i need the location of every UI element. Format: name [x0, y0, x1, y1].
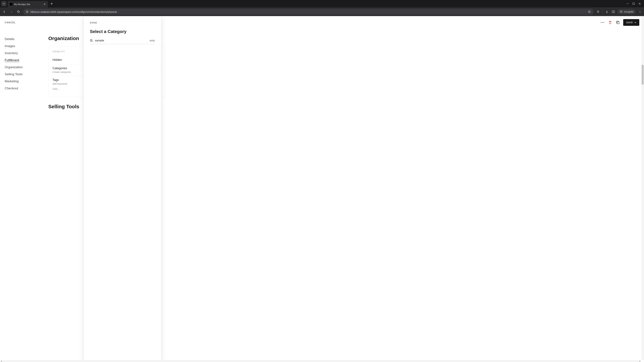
modal-title: Select a Category — [90, 29, 155, 34]
svg-point-1 — [26, 11, 27, 11]
incognito-icon — [620, 10, 623, 13]
search-icon — [90, 39, 93, 42]
puzzle-icon — [596, 10, 600, 13]
star-icon — [588, 10, 591, 13]
side-panel-button[interactable] — [611, 10, 615, 14]
visibility-value: Hidden — [52, 58, 62, 62]
header-actions: SAVE — [600, 19, 639, 26]
maximize-icon — [632, 3, 634, 5]
minimize-icon — [626, 3, 628, 5]
sidebar-item-checkout[interactable]: Checkout — [5, 85, 38, 92]
sidebar-item-fulfillment[interactable]: Fulfillment — [5, 57, 38, 64]
sidebar-item-images[interactable]: Images — [5, 42, 38, 50]
svg-point-11 — [604, 22, 604, 23]
kebab-icon — [639, 10, 641, 13]
trash-icon — [608, 21, 612, 24]
modal-done-button[interactable]: DONE — [90, 21, 155, 24]
sidebar-item-organization[interactable]: Organization — [5, 64, 38, 71]
tab-title: My Moodjoy Site — [14, 3, 42, 5]
sidebar-item-selling-tools[interactable]: Selling Tools — [5, 71, 38, 78]
tab-close-button[interactable] — [43, 3, 46, 5]
arrow-right-icon — [10, 10, 13, 13]
browser-tab[interactable]: My Moodjoy Site — [8, 1, 48, 7]
scroll-right-arrow[interactable]: ► — [639, 360, 641, 362]
forward-button[interactable] — [9, 9, 14, 14]
tune-icon — [26, 10, 28, 13]
svg-rect-13 — [617, 22, 619, 24]
svg-point-14 — [90, 39, 92, 41]
svg-point-7 — [640, 11, 640, 12]
tab-search-dropdown[interactable] — [1, 1, 6, 6]
horizontal-scrollbar[interactable]: ◄ ► — [0, 360, 641, 362]
window-controls — [626, 3, 643, 5]
incognito-label: Incognito — [624, 10, 634, 13]
panel-icon — [612, 10, 615, 13]
tab-favicon — [10, 3, 12, 5]
duplicate-button[interactable] — [616, 20, 620, 25]
incognito-indicator[interactable]: Incognito — [618, 9, 636, 14]
browser-toolbar: hibiscus-seabass-6444.squarespace.com/co… — [0, 7, 644, 16]
window-maximize-button[interactable] — [632, 3, 634, 5]
svg-point-2 — [28, 11, 28, 12]
sidebar-item-details[interactable]: Details — [5, 35, 38, 42]
sidebar-item-marketing[interactable]: Marketing — [5, 78, 38, 85]
back-button[interactable] — [2, 9, 7, 14]
tab-strip: My Moodjoy Site — [0, 0, 644, 7]
url-bar[interactable]: hibiscus-seabass-6444.squarespace.com/co… — [23, 9, 594, 15]
app-page: CANCEL SAVE Details Images Inventory Ful… — [0, 16, 644, 362]
svg-point-6 — [640, 11, 640, 11]
svg-point-9 — [601, 22, 602, 23]
reload-icon — [17, 10, 20, 13]
close-icon — [44, 3, 46, 5]
scroll-thumb[interactable] — [642, 65, 644, 85]
category-search-row: ADD — [90, 39, 155, 44]
bookmark-button[interactable] — [587, 10, 591, 14]
sidebar-item-inventory[interactable]: Inventory — [5, 50, 38, 57]
site-settings-icon[interactable] — [26, 10, 29, 13]
sidebar: Details Images Inventory Fulfillment Org… — [5, 29, 38, 361]
svg-point-8 — [640, 12, 640, 13]
more-options-button[interactable] — [600, 20, 605, 25]
delete-button[interactable] — [608, 20, 612, 25]
vertical-scrollbar[interactable] — [641, 16, 644, 360]
copy-icon — [616, 21, 620, 24]
window-minimize-button[interactable] — [626, 3, 628, 5]
save-button[interactable]: SAVE — [623, 19, 639, 26]
new-tab-button[interactable] — [49, 1, 54, 6]
chevron-down-icon — [634, 21, 636, 23]
browser-chrome: My Moodjoy Site hibiscus-seabass — [0, 0, 644, 16]
download-icon — [606, 10, 608, 13]
arrow-left-icon — [3, 10, 6, 13]
svg-point-3 — [27, 12, 27, 13]
ellipsis-icon — [600, 22, 604, 23]
toolbar-right: Incognito — [596, 9, 642, 14]
close-icon — [639, 3, 641, 5]
category-search-input[interactable] — [95, 39, 148, 42]
browser-menu-button[interactable] — [638, 10, 642, 14]
cancel-button[interactable]: CANCEL — [5, 21, 16, 24]
select-category-modal: DONE Select a Category ADD — [84, 16, 161, 362]
svg-point-10 — [602, 22, 603, 23]
plus-icon — [50, 2, 53, 5]
save-button-label: SAVE — [626, 21, 633, 24]
downloads-button[interactable] — [605, 10, 609, 14]
add-category-confirm-button[interactable]: ADD — [150, 39, 155, 42]
reload-button[interactable] — [16, 9, 21, 14]
url-text: hibiscus-seabass-6444.squarespace.com/co… — [30, 10, 586, 13]
window-close-button[interactable] — [639, 3, 641, 5]
svg-rect-0 — [633, 3, 634, 4]
chevron-down-icon — [3, 3, 5, 5]
svg-rect-4 — [612, 11, 614, 13]
scroll-left-arrow[interactable]: ◄ — [0, 360, 3, 362]
extensions-button[interactable] — [596, 10, 600, 14]
